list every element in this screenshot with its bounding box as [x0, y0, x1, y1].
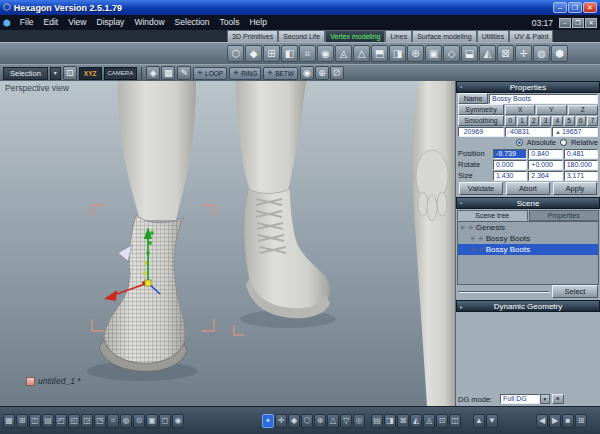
- smoothing-level-button[interactable]: 2: [529, 116, 540, 126]
- grid-tool-icon[interactable]: ◭: [410, 414, 422, 428]
- display-mode-icon[interactable]: ◰: [55, 414, 67, 428]
- smoothing-level-button[interactable]: 4: [552, 116, 563, 126]
- display-mode-icon[interactable]: ⌗: [107, 414, 119, 428]
- tool-icon[interactable]: ◇: [443, 45, 460, 62]
- display-mode-icon[interactable]: ▦: [3, 414, 15, 428]
- selection-dropdown-arrow-icon[interactable]: ▾: [50, 67, 61, 80]
- size-z-field[interactable]: 3.171: [564, 171, 598, 181]
- snap-mode-icon[interactable]: ◎: [353, 414, 365, 428]
- viewport-3d[interactable]: Perspective view untitled_1 *: [0, 81, 455, 406]
- validate-button[interactable]: Validate: [459, 182, 503, 195]
- tool-tab[interactable]: Utilities: [477, 30, 510, 42]
- scene-header[interactable]: ▪ Scene: [456, 197, 600, 209]
- display-mode-icon[interactable]: ⊞: [16, 414, 28, 428]
- doc-close-button[interactable]: ✕: [585, 18, 597, 28]
- doc-minimize-button[interactable]: –: [559, 18, 571, 28]
- view-control-icon[interactable]: ◀: [536, 414, 548, 428]
- ring-button[interactable]: ✳ RING: [229, 67, 261, 80]
- smoothing-level-button[interactable]: 0: [505, 116, 516, 126]
- symmetry-axis-button[interactable]: Y: [536, 105, 566, 115]
- display-mode-icon[interactable]: ◲: [81, 414, 93, 428]
- tool-tab[interactable]: Surface modeling: [412, 30, 476, 42]
- snap-mode-icon[interactable]: ◆: [288, 414, 300, 428]
- select-button[interactable]: Select: [552, 285, 598, 298]
- snap-mode-icon[interactable]: ▽: [340, 414, 352, 428]
- display-mode-icon[interactable]: ◳: [94, 414, 106, 428]
- dg-collapse-icon[interactable]: ▸: [460, 303, 463, 310]
- tool-icon[interactable]: ▣: [425, 45, 442, 62]
- tool-icon[interactable]: ◉: [317, 45, 334, 62]
- smoothing-level-button[interactable]: 3: [540, 116, 551, 126]
- apply-button[interactable]: Apply: [553, 182, 597, 195]
- minimize-button[interactable]: –: [553, 2, 567, 13]
- scene-filter-input[interactable]: [458, 291, 550, 293]
- document-tab[interactable]: untitled_1 *: [26, 376, 81, 386]
- scene-tab[interactable]: Scene tree: [457, 210, 528, 221]
- view-control-icon[interactable]: ■: [562, 414, 574, 428]
- rotate-z-field[interactable]: 180.000: [564, 160, 598, 170]
- display-mode-icon[interactable]: ⊙: [133, 414, 145, 428]
- doc-restore-button[interactable]: ❐: [572, 18, 584, 28]
- scene-tree-item[interactable]: ✳ ✳ Genesis: [458, 222, 598, 233]
- tool-icon[interactable]: ⊞: [263, 45, 280, 62]
- grid-tool-icon[interactable]: ◫: [449, 414, 461, 428]
- tool-icon[interactable]: ◍: [533, 45, 550, 62]
- absolute-radio[interactable]: [516, 139, 523, 146]
- tool-icon[interactable]: △: [353, 45, 370, 62]
- size-y-field[interactable]: 2.364: [528, 171, 562, 181]
- nudge-icon[interactable]: ▲: [473, 414, 485, 428]
- xyz-manipulator-button[interactable]: XYZ: [79, 67, 102, 80]
- dynamic-geometry-header[interactable]: ▸ Dynamic Geometry: [456, 300, 600, 312]
- pen-tool-icon[interactable]: ✎: [177, 66, 191, 80]
- tool-icon[interactable]: ◆: [245, 45, 262, 62]
- snap-mode-icon[interactable]: ⌖: [262, 414, 274, 428]
- display-mode-icon[interactable]: ◻: [159, 414, 171, 428]
- display-mode-icon[interactable]: ◉: [172, 414, 184, 428]
- absolute-label[interactable]: Absolute: [527, 138, 556, 147]
- tool-icon[interactable]: ⌗: [299, 45, 316, 62]
- scene-tab[interactable]: Properties: [529, 210, 600, 221]
- maximize-button[interactable]: ❐: [568, 2, 582, 13]
- title-bar[interactable]: ⬡ Hexagon Version 2.5.1.79 – ❐ ✕: [0, 0, 600, 15]
- menu-item[interactable]: Edit: [39, 15, 64, 30]
- grid-tool-icon[interactable]: ◨: [384, 414, 396, 428]
- tool-icon[interactable]: ⊠: [497, 45, 514, 62]
- snap-icon[interactable]: ⊡: [63, 66, 77, 80]
- tool-icon[interactable]: ⬒: [371, 45, 388, 62]
- smoothing-level-button[interactable]: 7: [587, 116, 598, 126]
- between-button[interactable]: ✳ BETW: [263, 67, 298, 80]
- display-mode-icon[interactable]: ◍: [120, 414, 132, 428]
- symmetry-button[interactable]: Symmetry: [458, 104, 504, 115]
- snap-mode-icon[interactable]: △: [327, 414, 339, 428]
- grid-tool-icon[interactable]: ▤: [371, 414, 383, 428]
- dg-mode-value[interactable]: Full DG: [500, 394, 540, 404]
- grid-tool-icon[interactable]: ⊡: [436, 414, 448, 428]
- name-field[interactable]: Bossy Boots: [489, 94, 598, 104]
- nudge-icon[interactable]: ▼: [486, 414, 498, 428]
- position-x-field[interactable]: -9.739: [493, 149, 527, 159]
- menu-item[interactable]: View: [63, 15, 91, 30]
- dg-mode-dropdown[interactable]: Full DG ▾: [500, 394, 550, 404]
- tool-icon[interactable]: ◧: [281, 45, 298, 62]
- loop-button[interactable]: ✳ LOOP: [193, 67, 227, 80]
- symmetry-axis-button[interactable]: Z: [568, 105, 598, 115]
- view-control-icon[interactable]: ▶: [549, 414, 561, 428]
- tool-icon[interactable]: ⬢: [551, 45, 568, 62]
- display-mode-icon[interactable]: ◱: [68, 414, 80, 428]
- visibility-icon[interactable]: ✳: [470, 246, 476, 254]
- menu-item[interactable]: Tools: [215, 15, 245, 30]
- grid-tool-icon[interactable]: ◬: [423, 414, 435, 428]
- viewport-canvas[interactable]: [0, 81, 455, 406]
- select-tool-icon[interactable]: ▦: [161, 66, 175, 80]
- view-control-icon[interactable]: ⊞: [575, 414, 587, 428]
- scene-tree[interactable]: ✳ ✳ Genesis ✳ ✳ Bossy Boots ✳ ✳ Bossy Bo…: [457, 221, 599, 285]
- properties-header[interactable]: ▪ Properties: [456, 81, 600, 93]
- menu-item[interactable]: File: [15, 15, 39, 30]
- snap-mode-icon[interactable]: ⊕: [314, 414, 326, 428]
- display-mode-icon[interactable]: ▤: [42, 414, 54, 428]
- close-button[interactable]: ✕: [583, 2, 597, 13]
- tool-icon[interactable]: ◬: [335, 45, 352, 62]
- tool-icon[interactable]: ◭: [479, 45, 496, 62]
- camera-button[interactable]: CAMERA: [104, 67, 138, 80]
- dg-options-icon[interactable]: ≡: [552, 394, 564, 404]
